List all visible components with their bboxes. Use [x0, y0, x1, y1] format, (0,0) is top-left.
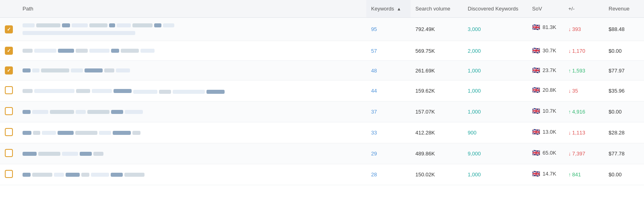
search-volume-cell: 159.62K — [411, 81, 463, 101]
discovered-keywords-cell: 3,000 — [463, 18, 527, 41]
discovered-keywords-link[interactable]: 1,000 — [468, 172, 481, 178]
row-checkbox-cell[interactable] — [0, 143, 18, 164]
discovered-keywords-link[interactable]: 3,000 — [468, 26, 481, 32]
plusminus-header[interactable]: +/- — [564, 0, 604, 18]
up-arrow-icon: ↑ — [568, 109, 571, 115]
keywords-link[interactable]: 48 — [371, 68, 377, 74]
plusminus-cell: ↑4,916 — [564, 101, 604, 122]
keywords-link[interactable]: 57 — [371, 48, 377, 54]
sov-value: 14.7K — [543, 171, 556, 177]
row-checkbox-cell[interactable] — [0, 61, 18, 81]
search-volume-cell: 150.02K — [411, 164, 463, 185]
discovered-keywords-link[interactable]: 1,000 — [468, 109, 481, 115]
path-block — [159, 90, 171, 94]
keywords-link[interactable]: 95 — [371, 26, 377, 32]
path-cell — [18, 101, 366, 122]
path-blocks — [23, 88, 256, 94]
path-block — [154, 23, 161, 27]
path-block — [36, 23, 60, 27]
plusminus-cell: ↑841 — [564, 164, 604, 185]
revenue-header-label: Revenue — [609, 6, 630, 12]
path-block — [121, 49, 139, 53]
path-block — [117, 23, 131, 27]
path-blocks — [23, 152, 256, 156]
plusminus-cell: ↓393 — [564, 18, 604, 41]
path-block — [109, 23, 115, 27]
keywords-link[interactable]: 29 — [371, 151, 377, 157]
path-block — [91, 173, 109, 177]
keywords-header[interactable]: Keywords ▲ — [366, 0, 411, 18]
uk-flag-icon: 🇬🇧 — [532, 128, 540, 136]
path-block — [80, 152, 92, 156]
uk-flag-icon: 🇬🇧 — [532, 86, 540, 94]
down-arrow-icon: ↓ — [568, 26, 571, 32]
path-block — [38, 152, 60, 156]
revenue-cell: $0.00 — [604, 41, 644, 61]
path-blocks — [23, 68, 256, 72]
path-blocks — [23, 131, 256, 135]
discovered-keywords-cell: 1,000 — [463, 61, 527, 81]
discovered-keywords-cell: 2,000 — [463, 41, 527, 61]
checkbox[interactable] — [5, 149, 13, 157]
discovered-keywords-link[interactable]: 2,000 — [468, 48, 481, 54]
checkbox[interactable] — [5, 107, 13, 115]
sov-cell: 🇬🇧14.7K — [527, 164, 564, 183]
row-checkbox-cell[interactable] — [0, 41, 18, 61]
checkbox[interactable] — [5, 25, 13, 33]
sov-value: 30.7K — [543, 48, 556, 54]
path-blocks — [23, 110, 256, 114]
down-arrow-icon: ↓ — [568, 48, 571, 54]
path-block — [23, 89, 33, 93]
row-checkbox-cell[interactable] — [0, 18, 18, 41]
keywords-link[interactable]: 37 — [371, 109, 377, 115]
discovered-keywords-cell: 1,000 — [463, 81, 527, 101]
table-row: 44159.62K1,000🇬🇧20.8K↓35$35.96 — [0, 81, 644, 101]
table-row: 33412.28K900🇬🇧13.0K↓1,113$28.28 — [0, 122, 644, 143]
row-checkbox-cell[interactable] — [0, 122, 18, 143]
keywords-sort-arrow: ▲ — [397, 6, 401, 11]
path-block — [23, 110, 31, 114]
sov-cell: 🇬🇧81.3K — [527, 18, 564, 37]
sov-cell: 🇬🇧30.7K — [527, 41, 564, 60]
sov-header[interactable]: SoV — [527, 0, 564, 18]
keywords-link[interactable]: 28 — [371, 172, 377, 178]
path-block — [111, 49, 119, 53]
path-block — [124, 173, 144, 177]
discovered-keywords-link[interactable]: 1,000 — [468, 88, 481, 94]
uk-flag-icon: 🇬🇧 — [532, 23, 540, 31]
path-block — [50, 110, 74, 114]
path-block — [32, 173, 52, 177]
plusminus-cell: ↓1,113 — [564, 122, 604, 143]
discovered-keywords-link[interactable]: 1,000 — [468, 68, 481, 74]
checkbox[interactable] — [5, 170, 13, 178]
revenue-header[interactable]: Revenue — [604, 0, 644, 18]
search-volume-header[interactable]: Search volume — [411, 0, 463, 18]
discovered-keywords-header[interactable]: Discovered Keywords — [463, 0, 527, 18]
path-block — [23, 131, 31, 135]
checkbox[interactable] — [5, 86, 13, 94]
revenue-cell: $28.28 — [604, 122, 644, 143]
row-checkbox-cell[interactable] — [0, 81, 18, 101]
path-block — [66, 173, 80, 177]
table-body: 95792.49K3,000🇬🇧81.3K↓393$88.4857569.75K… — [0, 18, 644, 185]
path-block — [58, 49, 74, 53]
row-checkbox-cell[interactable] — [0, 101, 18, 122]
discovered-keywords-link[interactable]: 900 — [468, 130, 477, 136]
down-arrow-icon: ↓ — [568, 88, 571, 94]
keywords-link[interactable]: 44 — [371, 88, 377, 94]
sov-cell: 🇬🇧20.8K — [527, 81, 564, 99]
row-checkbox-cell[interactable] — [0, 164, 18, 185]
uk-flag-icon: 🇬🇧 — [532, 170, 540, 178]
search-volume-cell: 412.28K — [411, 122, 463, 143]
checkbox[interactable] — [5, 66, 13, 74]
checkbox[interactable] — [5, 47, 13, 55]
sov-cell: 🇬🇧13.0K — [527, 122, 564, 141]
checkbox[interactable] — [5, 128, 13, 136]
path-header-label: Path — [23, 6, 33, 12]
keywords-link[interactable]: 33 — [371, 130, 377, 136]
discovered-keywords-link[interactable]: 9,000 — [468, 151, 481, 157]
path-block — [62, 23, 70, 27]
path-block — [32, 68, 39, 72]
path-header[interactable]: Path — [18, 0, 366, 18]
keywords-cell: 57 — [366, 41, 411, 61]
